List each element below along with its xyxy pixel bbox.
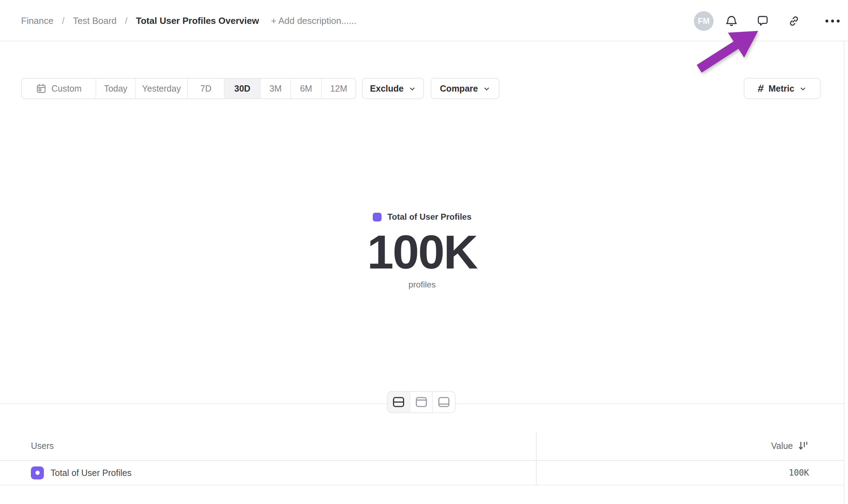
row-value: 100K <box>789 468 809 478</box>
split-view-icon <box>392 396 405 408</box>
compare-dropdown[interactable]: Compare <box>431 78 499 99</box>
exclude-dropdown[interactable]: Exclude <box>362 78 424 99</box>
row-label: Total of User Profiles <box>51 468 132 478</box>
breadcrumb-item-test-board[interactable]: Test Board <box>73 15 117 26</box>
annotation-arrow <box>688 25 769 81</box>
date-range-30d-selected[interactable]: 30D <box>225 79 261 98</box>
value-header-label: Value <box>771 441 793 451</box>
metric-label: Metric <box>769 84 795 94</box>
link-icon <box>787 14 801 28</box>
date-range-label: Yesterday <box>142 84 181 94</box>
page-title: Total User Profiles Overview <box>136 15 259 26</box>
date-range-label: 30D <box>234 84 251 94</box>
date-range-label: Custom <box>51 84 81 94</box>
copy-link-button[interactable] <box>786 13 802 29</box>
breadcrumb-separator: / <box>62 15 65 26</box>
add-description-button[interactable]: + Add description...... <box>271 15 357 26</box>
more-options-button[interactable] <box>824 13 841 29</box>
breadcrumb: Finance / Test Board / Total User Profil… <box>21 0 356 41</box>
chevron-down-icon <box>483 85 490 93</box>
breadcrumb-item-finance[interactable]: Finance <box>21 15 54 26</box>
sort-descending-icon <box>797 440 809 452</box>
date-range-6m[interactable]: 6M <box>291 79 322 98</box>
calendar-icon <box>35 83 47 94</box>
table-row[interactable]: Total of User Profiles 100K <box>0 461 844 485</box>
date-range-label: 12M <box>330 84 347 94</box>
layout-table-only-button[interactable] <box>433 392 455 412</box>
date-range-yesterday[interactable]: Yesterday <box>136 79 188 98</box>
table-header: Users Value <box>0 431 844 461</box>
exclude-label: Exclude <box>370 84 404 94</box>
breadcrumb-separator: / <box>125 15 127 26</box>
app-screen: Finance / Test Board / Total User Profil… <box>0 0 848 504</box>
layout-switcher <box>387 391 456 413</box>
legend-label: Total of User Profiles <box>387 212 472 222</box>
metric-dropdown[interactable]: # Metric <box>744 78 821 99</box>
chevron-down-icon <box>409 85 416 93</box>
legend-color-swatch <box>373 213 382 221</box>
hash-icon: # <box>757 82 764 94</box>
ellipsis-icon <box>825 19 840 23</box>
metric-big-value: 100K <box>0 228 844 276</box>
chart-view-icon <box>415 396 428 408</box>
date-range-today[interactable]: Today <box>96 79 136 98</box>
date-range-control: Custom Today Yesterday 7D 30D 3M 6M 12M <box>21 78 356 99</box>
date-range-12m[interactable]: 12M <box>322 79 356 98</box>
date-range-3m[interactable]: 3M <box>261 79 291 98</box>
metric-legend: Total of User Profiles <box>0 211 844 223</box>
layout-split-view-button[interactable] <box>387 392 410 412</box>
layout-chart-only-button[interactable] <box>410 392 433 412</box>
series-color-icon <box>31 466 44 479</box>
chevron-down-icon <box>799 85 807 93</box>
content-right-border <box>844 41 844 504</box>
date-range-label: 3M <box>270 84 282 94</box>
date-range-7d[interactable]: 7D <box>188 79 225 98</box>
date-range-custom[interactable]: Custom <box>22 79 96 98</box>
date-range-label: 6M <box>300 84 312 94</box>
date-range-label: 7D <box>200 84 212 94</box>
column-header-users[interactable]: Users <box>31 441 54 451</box>
table-view-icon <box>437 396 450 408</box>
column-header-value[interactable]: Value <box>771 440 809 452</box>
compare-label: Compare <box>440 84 478 94</box>
metric-unit-label: profiles <box>0 280 844 290</box>
date-range-label: Today <box>104 84 127 94</box>
table-column-divider <box>536 431 537 485</box>
